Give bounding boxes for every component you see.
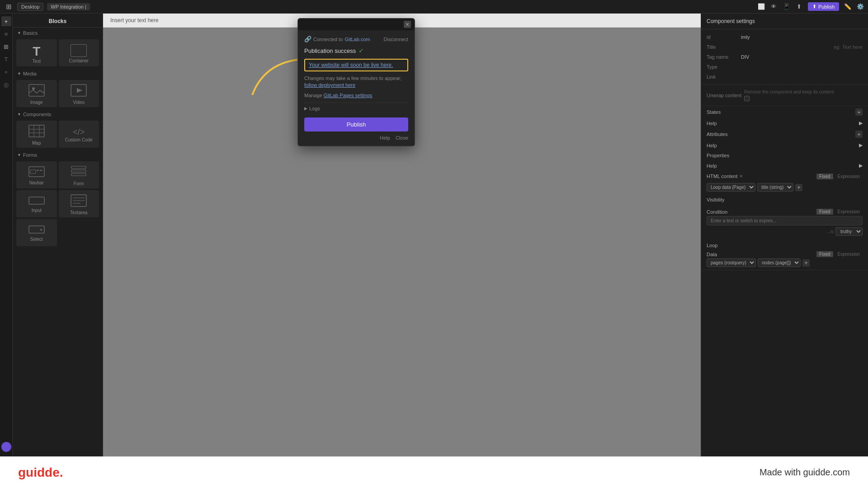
unwrap-checkbox[interactable] — [744, 96, 750, 101]
video-block[interactable]: Video — [59, 80, 99, 107]
forms-section-header[interactable]: ▼ Forms — [13, 150, 103, 160]
data-expression-badge[interactable]: Expression — [835, 251, 863, 257]
map-block[interactable]: Map — [16, 121, 57, 148]
avatar[interactable] — [1, 442, 11, 452]
publish-button-top[interactable]: ⬆ Publish — [808, 2, 839, 11]
loop-data-add-button[interactable]: + — [795, 184, 802, 191]
bottom-bar: guidde. Made with guidde.com — [0, 456, 868, 488]
media-grid: Image Video — [13, 78, 103, 109]
form-block[interactable]: Form — [59, 161, 99, 188]
close-link[interactable]: Close — [396, 135, 408, 141]
help2-section[interactable]: Help ▶ — [701, 140, 868, 150]
container-block[interactable]: Container — [59, 39, 99, 66]
mobile-icon[interactable]: 📱 — [783, 3, 791, 11]
expression-badge[interactable]: Expression — [835, 174, 863, 179]
forms-grid: Navbar Form — [13, 160, 103, 248]
unwrap-label: Unwrap content — [707, 93, 741, 98]
attributes-add-button[interactable]: + — [855, 131, 863, 138]
settings-icon[interactable]: ◎ — [1, 80, 11, 89]
text-block[interactable]: T Text — [16, 39, 57, 66]
search-icon[interactable]: + — [1, 67, 11, 77]
states-section[interactable]: States + — [701, 106, 868, 118]
states-label: States — [707, 109, 721, 115]
manage-text: Manage GitLab Pages settings — [304, 93, 408, 98]
data-fixed-badge[interactable]: Fixed — [816, 251, 833, 257]
right-sidebar: Component settings id imly Title eg. Tex… — [701, 14, 868, 456]
svg-rect-10 — [30, 170, 36, 174]
chevron-right-icon: ▶ — [304, 106, 307, 111]
svg-rect-13 — [71, 166, 86, 169]
svg-marker-3 — [77, 88, 82, 93]
link-label: Link — [707, 74, 738, 80]
manage-label: Manage — [304, 93, 322, 98]
gitlab-link[interactable]: GitLab.com — [344, 37, 370, 42]
type-row: Type — [707, 62, 863, 72]
gear-icon[interactable]: ⚙️ — [856, 3, 864, 11]
logs-row[interactable]: ▶ Logs — [304, 103, 408, 114]
image-block[interactable]: Image — [16, 80, 57, 107]
eye-icon[interactable]: 👁 — [770, 3, 778, 11]
truthy-select[interactable]: truthy — [835, 227, 863, 236]
title-string-select[interactable]: title (string) — [757, 183, 793, 192]
logs-label: Logs — [309, 106, 320, 111]
add-icon[interactable]: + — [1, 16, 11, 26]
live-link[interactable]: Your website will soon be live here. — [309, 62, 393, 68]
condition-input[interactable] — [707, 216, 863, 225]
id-label: id — [707, 34, 738, 40]
attributes-section[interactable]: Attributes + — [701, 128, 868, 140]
html-content-close[interactable]: × — [740, 173, 743, 179]
components-grid: Map </> Custom Code — [13, 119, 103, 150]
help-link[interactable]: Help — [380, 135, 390, 141]
svg-point-1 — [32, 87, 35, 90]
bottom-tagline: Made with guidde.com — [760, 467, 850, 478]
tag-value[interactable]: DIV — [738, 54, 863, 60]
select-block[interactable]: Select — [16, 219, 57, 246]
components-section-header[interactable]: ▼ Components — [13, 109, 103, 119]
loop-data-select[interactable]: Loop data (Page) — [707, 183, 755, 192]
textarea-block[interactable]: Textarea — [59, 190, 99, 217]
basics-label: Basics — [23, 30, 38, 36]
form-label: Form — [74, 181, 84, 186]
publish-button-popup[interactable]: Publish — [304, 117, 408, 131]
navbar-block[interactable]: Navbar — [16, 161, 57, 188]
nodes-select[interactable]: nodes (page[]) — [758, 258, 801, 267]
gitlab-pages-link[interactable]: GitLab Pages settings — [324, 93, 373, 98]
home-icon[interactable]: ⊞ — [4, 2, 14, 12]
popup-close-button[interactable]: × — [404, 21, 411, 28]
map-label: Map — [32, 141, 41, 145]
states-add-button[interactable]: + — [855, 108, 863, 116]
data-add-button[interactable]: + — [802, 259, 810, 267]
share-icon[interactable]: ⬆ — [795, 3, 803, 11]
pen-icon[interactable]: ✏️ — [844, 3, 852, 11]
condition-expression-badge[interactable]: Expression — [835, 209, 863, 215]
disconnect-button[interactable]: Disconnect — [384, 37, 408, 42]
title-placeholder[interactable]: eg. Text here — [834, 44, 863, 50]
input-icon — [28, 197, 45, 206]
condition-fixed-badge[interactable]: Fixed — [816, 209, 833, 215]
layers-icon[interactable]: ≡ — [1, 29, 11, 39]
follow-deployment-link[interactable]: follow deployment here — [304, 82, 355, 88]
input-block[interactable]: Input — [16, 190, 57, 217]
publish-popup: × 🔗 Connected to GitLab.com Disconnect P… — [297, 18, 415, 146]
help3-section[interactable]: Help ▶ — [701, 160, 868, 171]
tab-wp-integration[interactable]: WP Integration | — [47, 3, 90, 10]
attributes-label: Attributes — [707, 131, 727, 137]
blocks-icon[interactable]: ⊞ — [1, 42, 11, 52]
deployment-text: Changes may take a few minutes to appear… — [304, 75, 401, 81]
help-section[interactable]: Help ▶ — [701, 118, 868, 128]
left-sidebar: Blocks ▼ Basics T Text Container ▼ Media — [13, 14, 103, 456]
custom-code-block[interactable]: </> Custom Code — [59, 121, 99, 148]
fixed-badge[interactable]: Fixed — [816, 174, 833, 179]
basics-section-header[interactable]: ▼ Basics — [13, 28, 103, 38]
help3-label: Help — [707, 163, 717, 169]
typography-icon[interactable]: T — [1, 54, 11, 64]
data-select-row: pages (rootquery) nodes (page[]) + — [707, 258, 863, 267]
help2-label: Help — [707, 143, 717, 148]
media-section-header[interactable]: ▼ Media — [13, 68, 103, 78]
desktop-dropdown[interactable]: Desktop — [17, 3, 43, 11]
id-value[interactable]: imly — [738, 34, 863, 40]
pages-select[interactable]: pages (rootquery) — [707, 258, 756, 267]
loop-data-row: Loop data (Page) title (string) + — [701, 182, 868, 193]
properties-section[interactable]: Properties — [701, 150, 868, 160]
monitor-icon[interactable]: ⬜ — [757, 3, 765, 11]
